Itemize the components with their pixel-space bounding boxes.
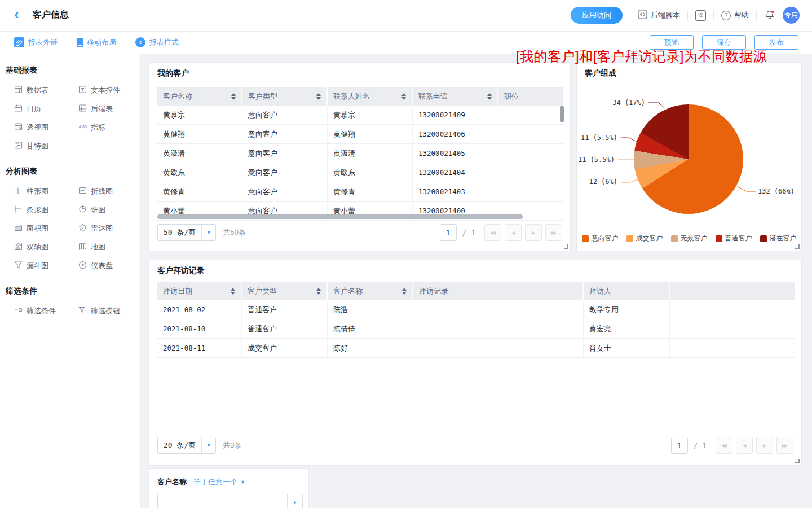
- sidebar-item-bar-chart[interactable]: 条形图: [14, 204, 78, 216]
- table-cell: 普通客户: [242, 319, 328, 339]
- resize-handle[interactable]: [795, 459, 800, 463]
- table-cell: 13200021409: [413, 106, 498, 125]
- sort-icon[interactable]: [487, 93, 492, 100]
- notification-bell-icon[interactable]: [764, 10, 775, 21]
- legend-item[interactable]: 无效客户: [671, 234, 708, 243]
- language-icon[interactable]: 汉: [695, 10, 706, 21]
- my-customers-card[interactable]: 我的客户 客户名称客户类型联系人姓名联系电话职位黄慕宗意向客户黄慕宗132000…: [149, 62, 571, 251]
- sidebar-item-line-chart[interactable]: 折线图: [78, 186, 140, 197]
- last-page-button[interactable]: ▶▶: [776, 437, 793, 454]
- first-page-button[interactable]: ◀◀: [716, 437, 732, 454]
- data-source-annotation: [我的客户]和[客户拜访记录]为不同数据源: [516, 47, 767, 65]
- visit-records-card[interactable]: 客户拜访记录 拜访日期客户类型客户名称拜访记录拜访人2021-08-02普通客户…: [149, 260, 802, 466]
- filter-value-select[interactable]: ▼: [157, 494, 303, 508]
- sidebar-item-radar-chart[interactable]: 雷达图: [78, 223, 140, 234]
- page-number-input[interactable]: 1: [440, 224, 457, 241]
- table-cell: 教学专用: [584, 300, 670, 319]
- app-access-button[interactable]: 应用访问: [571, 7, 623, 24]
- next-page-button[interactable]: ▶: [756, 437, 773, 454]
- legend-item[interactable]: 潜在客户: [760, 234, 797, 243]
- report-style-button[interactable]: ‹ 报表样式: [135, 37, 179, 47]
- divider: [630, 11, 630, 20]
- sidebar-item-text-widget[interactable]: 文本控件: [78, 85, 140, 96]
- legend-item[interactable]: 意向客户: [582, 234, 619, 243]
- filter-card[interactable]: 客户名称 等于任意一个 ▼ ▼: [149, 468, 309, 508]
- sidebar-item-gauge[interactable]: 仪表盘: [78, 260, 140, 271]
- sort-icon[interactable]: [316, 288, 321, 295]
- table-row: 黄欧东意向客户黄欧东13200021404: [157, 163, 563, 182]
- prev-page-button[interactable]: ◀: [505, 224, 522, 241]
- next-page-button[interactable]: ▶: [525, 224, 542, 241]
- column-header[interactable]: 联系人姓名: [328, 87, 413, 106]
- top-bar: ‹ 客户信息 应用访问 后端脚本 汉 ? 帮助: [0, 0, 812, 32]
- legend-label: 成交客户: [636, 234, 663, 243]
- resize-handle[interactable]: [795, 244, 800, 249]
- sidebar-item-backend-table[interactable]: 后端表: [78, 103, 140, 115]
- page-title[interactable]: 客户信息: [32, 10, 72, 23]
- help-button[interactable]: ? 帮助: [721, 10, 749, 20]
- table-cell: 意向客户: [242, 163, 328, 182]
- legend-swatch-icon: [716, 235, 722, 242]
- sidebar-item-data-table[interactable]: 数据表: [14, 85, 78, 96]
- total-count: 共50条: [223, 227, 245, 238]
- first-page-button[interactable]: ◀◀: [484, 224, 501, 241]
- user-avatar-badge[interactable]: 专用: [783, 7, 800, 24]
- sidebar-item-pie-chart[interactable]: 饼图: [78, 204, 140, 216]
- horizontal-scrollbar[interactable]: [157, 214, 523, 219]
- last-page-button[interactable]: ▶▶: [545, 224, 562, 241]
- sidebar-item-pivot[interactable]: 透视图: [14, 122, 78, 133]
- sidebar-item-metric[interactable]: 4,80指标: [78, 122, 140, 133]
- back-icon[interactable]: ‹: [14, 6, 19, 23]
- table-row: 2021-08-02普通客户陈浩教学专用: [157, 300, 795, 319]
- mobile-layout-button[interactable]: 移动布局: [77, 37, 116, 47]
- sidebar-item-label: 仪表盘: [91, 261, 113, 271]
- column-header[interactable]: 客户类型: [242, 282, 328, 300]
- column-header[interactable]: 客户名称: [328, 282, 413, 300]
- customer-composition-card[interactable]: 客户组成 132 (66%) 12 (6%) 11 (5.5%) 11 (5.5…: [576, 62, 802, 251]
- vertical-scrollbar[interactable]: [560, 106, 564, 122]
- mobile-layout-label: 移动布局: [87, 37, 116, 47]
- sidebar-item-label: 筛选条件: [27, 306, 56, 316]
- table-cell: 成交客户: [242, 339, 328, 358]
- sort-icon[interactable]: [402, 288, 407, 295]
- page-number-input[interactable]: 1: [671, 437, 688, 454]
- sidebar-item-label: 双轴图: [27, 242, 48, 252]
- column-header[interactable]: 联系电话: [413, 87, 498, 106]
- sidebar-item-filter-button[interactable]: 筛选按钮: [78, 305, 140, 317]
- table-cell: 意向客户: [242, 106, 328, 125]
- resize-handle[interactable]: [564, 244, 568, 249]
- sort-icon[interactable]: [316, 93, 321, 100]
- sidebar-item-filter-condition[interactable]: 筛选条件: [14, 305, 78, 317]
- legend-item[interactable]: 成交客户: [626, 234, 663, 243]
- report-link-button[interactable]: 报表外链: [14, 37, 58, 47]
- sidebar-item-funnel-chart[interactable]: 漏斗图: [14, 260, 78, 271]
- sort-icon[interactable]: [401, 93, 406, 100]
- legend-swatch-icon: [626, 235, 633, 242]
- backend-script-button[interactable]: 后端脚本: [638, 10, 680, 21]
- filter-operator-select[interactable]: 等于任意一个 ▼: [193, 477, 245, 487]
- filter-condition-icon: [14, 306, 23, 316]
- widget-sidebar: 基础报表数据表文本控件日历后端表透视图4,80指标甘特图分析图表柱形图折线图条形…: [0, 54, 141, 508]
- page-size-select[interactable]: 50 条/页 ▼: [157, 224, 216, 241]
- sidebar-item-map[interactable]: 地图: [78, 242, 140, 253]
- sidebar-item-calendar[interactable]: 日历: [14, 103, 78, 115]
- sidebar-item-gantt[interactable]: 甘特图: [14, 141, 78, 152]
- sort-icon[interactable]: [231, 93, 236, 100]
- sidebar-item-dual-axis-chart[interactable]: 双轴图: [14, 242, 78, 253]
- legend-item[interactable]: 普通客户: [716, 234, 752, 243]
- visit-records-table: 拜访日期客户类型客户名称拜访记录拜访人2021-08-02普通客户陈浩教学专用2…: [157, 282, 795, 359]
- area-chart-icon: [14, 224, 23, 234]
- sort-icon[interactable]: [231, 288, 235, 295]
- sidebar-item-column-chart[interactable]: 柱形图: [14, 186, 78, 197]
- page-size-select[interactable]: 20 条/页 ▼: [157, 437, 216, 454]
- table-cell: 黄汲清: [157, 144, 242, 163]
- sidebar-item-area-chart[interactable]: 面积图: [14, 223, 78, 234]
- divider: [687, 11, 688, 20]
- page-total: / 1: [462, 229, 475, 237]
- column-header[interactable]: 客户类型: [242, 87, 328, 106]
- column-header[interactable]: 客户名称: [157, 87, 242, 106]
- table-cell: [413, 319, 584, 339]
- prev-page-button[interactable]: ◀: [736, 437, 753, 454]
- column-header[interactable]: 拜访日期: [157, 282, 242, 300]
- caret-down-icon: ▼: [240, 479, 245, 485]
